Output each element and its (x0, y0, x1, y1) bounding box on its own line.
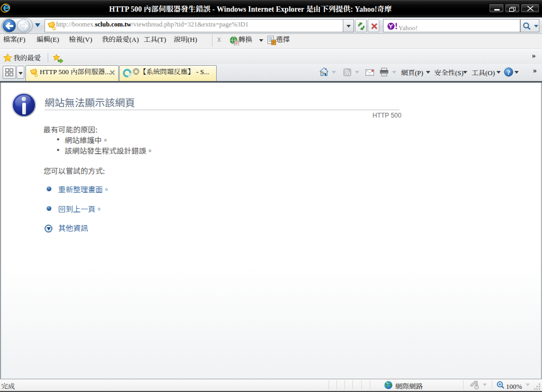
svg-text:?: ? (507, 68, 511, 76)
